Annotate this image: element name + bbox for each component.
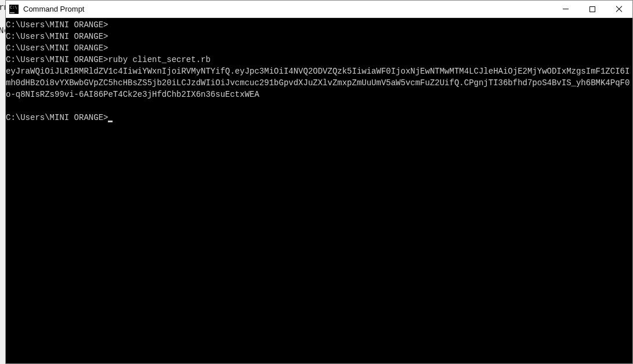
close-icon [616, 6, 623, 13]
cmd-icon [9, 5, 19, 14]
blank-line [6, 100, 632, 112]
minimize-icon [563, 9, 569, 9]
command-line: C:\Users\MINI ORANGE>ruby client_secret.… [6, 54, 632, 65]
current-prompt-line: C:\Users\MINI ORANGE> [6, 112, 632, 123]
prompt-line-1: C:\Users\MINI ORANGE> [6, 19, 632, 31]
maximize-button[interactable] [579, 1, 606, 17]
command-prompt-window: Command Prompt C:\Users\MINI ORANGE> C:\… [5, 0, 633, 364]
terminal-area[interactable]: C:\Users\MINI ORANGE> C:\Users\MINI ORAN… [6, 18, 632, 363]
titlebar[interactable]: Command Prompt [6, 1, 632, 18]
cursor [108, 121, 113, 122]
maximize-icon [589, 6, 595, 12]
output-line: eyJraWQiOiJLR1RMRldZV1c4IiwiYWxnIjoiRVMy… [6, 65, 632, 100]
minimize-button[interactable] [552, 1, 579, 17]
prompt-line-2: C:\Users\MINI ORANGE> [6, 31, 632, 42]
window-title: Command Prompt [23, 5, 552, 13]
window-controls [552, 1, 632, 17]
close-button[interactable] [606, 1, 632, 17]
prompt-line-3: C:\Users\MINI ORANGE> [6, 42, 632, 54]
